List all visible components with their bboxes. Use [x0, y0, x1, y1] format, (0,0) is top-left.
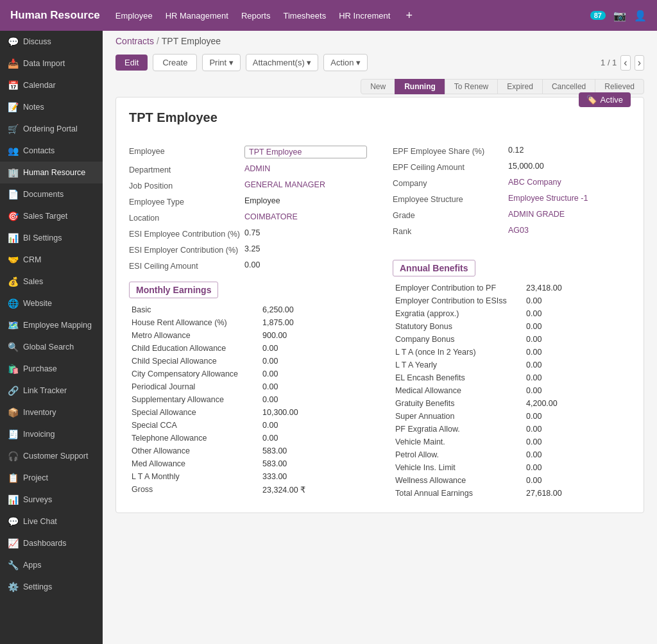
sales-target-icon: 🎯 — [8, 211, 18, 221]
earnings-row-0: Basic 6,250.00 — [129, 303, 367, 316]
sidebar-item-global-search[interactable]: 🔍 Global Search — [0, 336, 103, 358]
top-nav: Human Resource Employee HR Management Re… — [0, 0, 657, 31]
earnings-label-1: House Rent Allowance (%) — [129, 316, 260, 329]
sidebar-item-dashboards[interactable]: 📈 Dashboards — [0, 532, 103, 554]
action-button[interactable]: Action ▾ — [323, 54, 368, 71]
sidebar-item-purchase[interactable]: 🛍️ Purchase — [0, 358, 103, 380]
badge-area: 87 📷 👤 — [590, 10, 647, 22]
sidebar-item-website[interactable]: 🌐 Website — [0, 292, 103, 314]
department-value[interactable]: ADMIN — [244, 164, 367, 173]
sidebar-item-discuss[interactable]: 💬 Discuss — [0, 31, 103, 53]
sidebar-label-inventory: Inventory — [23, 408, 56, 417]
esi-ceiling-label: ESI Ceiling Amount — [129, 260, 244, 271]
sidebar-item-link-tracker[interactable]: 🔗 Link Tracker — [0, 380, 103, 402]
sidebar-item-calendar[interactable]: 📅 Calendar — [0, 74, 103, 96]
employee-structure-value[interactable]: Employee Structure -1 — [508, 194, 631, 203]
breadcrumb-separator: / — [157, 36, 159, 46]
breadcrumb: Contracts / TPT Employee — [103, 31, 657, 51]
data-import-icon: 📥 — [8, 58, 18, 69]
status-step-new[interactable]: New — [361, 79, 395, 94]
link-tracker-icon: 🔗 — [8, 386, 18, 396]
company-label: Company — [393, 178, 508, 188]
form-header: TPT Employee 🏷️ Active — [129, 110, 631, 135]
grade-value[interactable]: ADMIN GRADE — [508, 210, 631, 219]
job-position-label: Job Position — [129, 180, 244, 191]
sidebar-item-bi-settings[interactable]: 📊 BI Settings — [0, 227, 103, 249]
sidebar-item-crm[interactable]: 🤝 CRM — [0, 249, 103, 271]
nav-hr-management[interactable]: HR Management — [166, 11, 228, 21]
sidebar-label-website: Website — [23, 299, 52, 308]
nav-timesheets[interactable]: Timesheets — [283, 11, 326, 21]
status-step-expired[interactable]: Expired — [497, 79, 543, 94]
sidebar-item-live-chat[interactable]: 💬 Live Chat — [0, 511, 103, 532]
inventory-icon: 📦 — [8, 407, 18, 418]
field-job-position: Job Position GENERAL MANAGER — [129, 178, 367, 194]
sidebar-label-discuss: Discuss — [23, 37, 51, 46]
sidebar-label-sales: Sales — [23, 277, 43, 286]
discuss-icon: 💬 — [8, 37, 18, 47]
calendar-icon: 📅 — [8, 80, 18, 90]
nav-employee[interactable]: Employee — [115, 11, 153, 21]
benefit-row-3: Statutory Bonus 0.00 — [393, 320, 631, 333]
next-record-button[interactable]: › — [635, 55, 644, 71]
sidebar-item-invoicing[interactable]: 🧾 Invoicing — [0, 423, 103, 445]
notification-badge[interactable]: 87 — [590, 11, 606, 20]
attachments-button[interactable]: Attachment(s) ▾ — [246, 54, 319, 71]
nav-reports[interactable]: Reports — [241, 11, 271, 21]
breadcrumb-contracts-link[interactable]: Contracts — [115, 36, 154, 46]
field-department: Department ADMIN — [129, 162, 367, 178]
sidebar-item-employee-mapping[interactable]: 🗺️ Employee Mapping — [0, 314, 103, 336]
sidebar-item-notes[interactable]: 📝 Notes — [0, 96, 103, 118]
sidebar-label-customer-support: Customer Support — [23, 452, 88, 461]
earnings-label-10: Telephone Allowance — [129, 432, 260, 445]
sidebar-item-customer-support[interactable]: 🎧 Customer Support — [0, 445, 103, 467]
breadcrumb-current: TPT Employee — [162, 36, 221, 46]
job-position-value[interactable]: GENERAL MANAGER — [244, 180, 367, 189]
benefit-row-15: Wellness Allowance 0.00 — [393, 474, 631, 487]
nav-links: Employee HR Management Reports Timesheet… — [115, 9, 413, 22]
surveys-icon: 📊 — [8, 495, 18, 505]
monthly-earnings-title: Monthly Earnings — [129, 282, 218, 298]
create-button[interactable]: Create — [153, 54, 197, 71]
edit-button[interactable]: Edit — [115, 55, 148, 71]
camera-icon[interactable]: 📷 — [613, 10, 626, 22]
earnings-row-8: Special Allowance 10,300.00 — [129, 406, 367, 419]
nav-hr-increment[interactable]: HR Increment — [339, 11, 390, 21]
add-nav-item-button[interactable]: + — [405, 9, 413, 22]
location-value[interactable]: COIMBATORE — [244, 212, 367, 221]
sidebar-item-documents[interactable]: 📄 Documents — [0, 183, 103, 205]
sidebar-item-surveys[interactable]: 📊 Surveys — [0, 489, 103, 511]
sidebar-item-sales[interactable]: 💰 Sales — [0, 271, 103, 292]
contacts-icon: 👥 — [8, 146, 18, 156]
sidebar-label-bi-settings: BI Settings — [23, 233, 62, 242]
prev-record-button[interactable]: ‹ — [620, 55, 630, 71]
earnings-value-2: 900.00 — [260, 329, 367, 342]
print-button[interactable]: Print ▾ — [202, 54, 240, 71]
sidebar-item-project[interactable]: 📋 Project — [0, 467, 103, 489]
earnings-label-11: Other Allowance — [129, 445, 260, 457]
sidebar-label-sales-target: Sales Target — [23, 212, 67, 221]
earnings-value-11: 583.00 — [260, 445, 367, 457]
sidebar-item-human-resource[interactable]: 🏢 Human Resource — [0, 162, 103, 183]
status-step-to-renew[interactable]: To Renew — [445, 79, 498, 94]
sidebar-item-apps[interactable]: 🔧 Apps — [0, 554, 103, 576]
rank-value[interactable]: AG03 — [508, 226, 631, 235]
active-badge: 🏷️ Active — [579, 92, 631, 107]
earnings-label-4: Child Special Allowance — [129, 355, 260, 368]
sidebar-item-sales-target[interactable]: 🎯 Sales Target — [0, 205, 103, 227]
esi-employee-value: 0.75 — [244, 228, 367, 237]
location-label: Location — [129, 212, 244, 223]
user-icon[interactable]: 👤 — [634, 10, 647, 22]
left-column: Employee TPT Employee Department ADMIN J… — [129, 143, 367, 500]
benefit-value-9: 4,200.00 — [524, 397, 631, 410]
earnings-value-3: 0.00 — [260, 342, 367, 355]
sidebar-item-data-import[interactable]: 📥 Data Import — [0, 53, 103, 74]
sidebar-item-inventory[interactable]: 📦 Inventory — [0, 402, 103, 423]
sidebar-item-settings[interactable]: ⚙️ Settings — [0, 576, 103, 598]
employee-value[interactable]: TPT Employee — [244, 146, 367, 158]
company-value[interactable]: ABC Company — [508, 178, 631, 187]
field-epf-ceiling: EPF Ceiling Amount 15,000.00 — [393, 159, 631, 175]
sidebar-item-ordering-portal[interactable]: 🛒 Ordering Portal — [0, 118, 103, 140]
sidebar-item-contacts[interactable]: 👥 Contacts — [0, 140, 103, 162]
status-step-running[interactable]: Running — [395, 79, 445, 94]
